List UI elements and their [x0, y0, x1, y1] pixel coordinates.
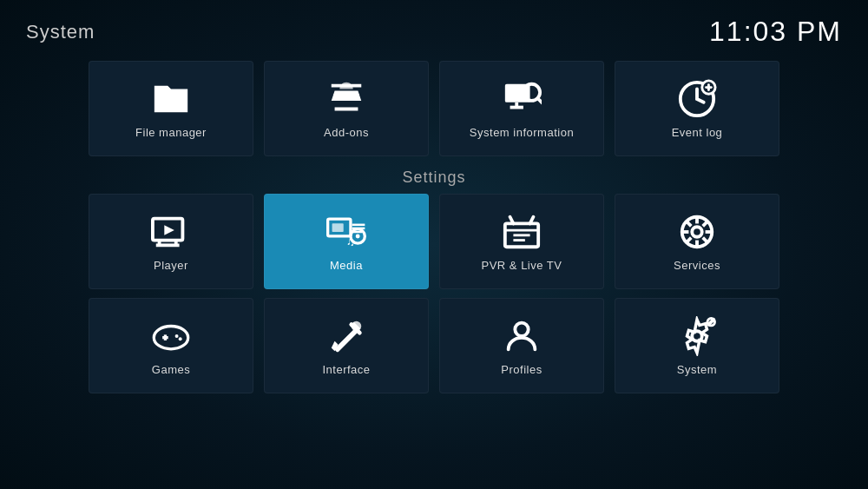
- tile-label-system-information: System information: [470, 126, 574, 139]
- svg-marker-13: [164, 225, 174, 235]
- tile-label-system-settings: System: [677, 363, 717, 376]
- svg-line-39: [703, 221, 708, 226]
- tile-media[interactable]: ♫ Media: [264, 194, 429, 289]
- svg-point-51: [515, 322, 528, 335]
- tile-profiles[interactable]: Profiles: [439, 298, 604, 393]
- tile-label-pvr-live-tv: PVR & Live TV: [482, 259, 562, 272]
- svg-point-6: [515, 86, 518, 89]
- tile-interface[interactable]: Interface: [264, 298, 429, 393]
- settings-row-1: Player ♫ Media: [26, 194, 842, 289]
- tile-event-log[interactable]: Event log: [615, 61, 779, 156]
- settings-row-2: Games Interface Profiles: [26, 298, 842, 393]
- eventlog-icon: [677, 79, 717, 119]
- svg-point-20: [356, 234, 360, 238]
- tile-label-services: Services: [674, 259, 720, 272]
- svg-rect-18: [332, 223, 344, 232]
- clock: 11:03 PM: [709, 16, 842, 48]
- settings-rows: Player ♫ Media: [0, 194, 868, 393]
- player-icon: [151, 212, 191, 252]
- profiles-icon: [502, 316, 542, 356]
- tile-label-media: Media: [330, 259, 363, 272]
- addons-icon: [326, 79, 366, 119]
- tile-label-games: Games: [152, 363, 190, 376]
- tile-label-add-ons: Add-ons: [324, 126, 369, 139]
- tile-system-settings[interactable]: System: [615, 298, 779, 393]
- tile-system-information[interactable]: System information: [439, 61, 604, 156]
- svg-line-40: [687, 237, 692, 242]
- tile-games[interactable]: Games: [89, 298, 253, 393]
- tile-label-file-manager: File manager: [135, 126, 207, 139]
- svg-point-45: [179, 337, 182, 340]
- svg-line-4: [538, 99, 542, 104]
- app-title: System: [26, 21, 95, 43]
- svg-point-32: [692, 227, 702, 237]
- svg-point-44: [175, 334, 179, 338]
- games-icon: [151, 316, 191, 356]
- folder-icon: [151, 79, 191, 119]
- tile-services[interactable]: Services: [615, 194, 779, 289]
- svg-line-38: [703, 237, 708, 242]
- tile-label-player: Player: [154, 259, 188, 272]
- media-icon: ♫: [326, 212, 366, 252]
- tile-label-profiles: Profiles: [501, 363, 542, 376]
- pvr-icon: [502, 212, 542, 252]
- svg-point-41: [154, 326, 187, 348]
- system-settings-icon: [677, 316, 717, 356]
- svg-rect-46: [334, 327, 358, 352]
- tile-pvr-live-tv[interactable]: PVR & Live TV: [439, 194, 604, 289]
- services-icon: [677, 212, 717, 252]
- top-items-row: File manager Add-ons System information: [0, 61, 868, 156]
- tile-file-manager[interactable]: File manager: [89, 61, 253, 156]
- tile-player[interactable]: Player: [89, 194, 253, 289]
- settings-label: Settings: [0, 169, 868, 187]
- sysinfo-icon: [502, 79, 542, 119]
- interface-icon: [326, 316, 366, 356]
- tile-label-event-log: Event log: [672, 126, 723, 139]
- svg-text:♫: ♫: [346, 235, 355, 248]
- svg-line-37: [687, 221, 692, 226]
- tile-label-interface: Interface: [322, 363, 370, 376]
- tile-add-ons[interactable]: Add-ons: [264, 61, 429, 156]
